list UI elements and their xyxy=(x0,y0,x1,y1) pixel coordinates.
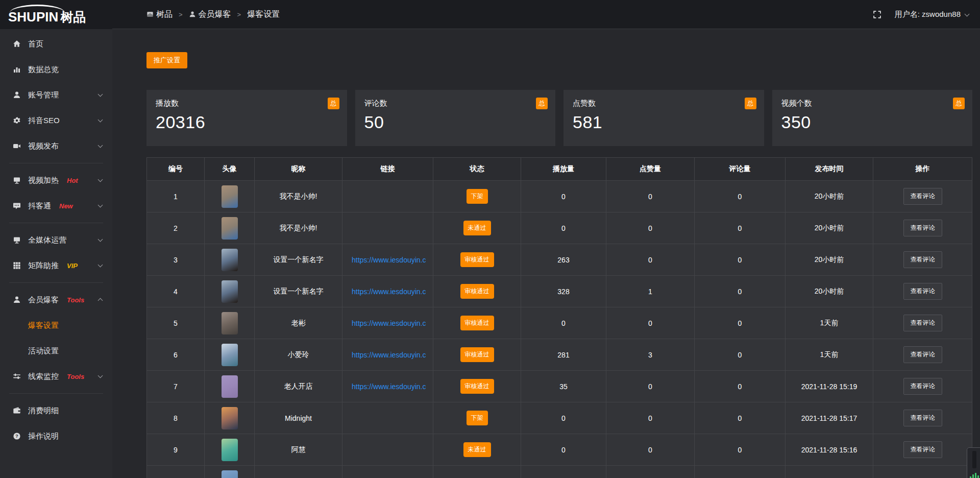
cell-plays: 0 xyxy=(521,402,606,434)
view-comments-button[interactable]: 查看评论 xyxy=(903,315,942,331)
total-badge: 总 xyxy=(328,98,339,109)
cell-plays: 0 xyxy=(521,307,606,339)
widget-slot xyxy=(972,451,976,468)
column-header: 头像 xyxy=(205,158,255,181)
table-row-1: 2我不是小帅!未通过00020小时前查看评论 xyxy=(147,212,972,244)
fullscreen-icon[interactable] xyxy=(873,10,881,19)
sidebar-item-label: 账号管理 xyxy=(28,90,59,100)
view-comments-button[interactable]: 查看评论 xyxy=(903,188,942,205)
view-comments-button[interactable]: 查看评论 xyxy=(903,220,942,236)
column-header: 状态 xyxy=(433,158,521,181)
avatar xyxy=(222,344,238,366)
cell-time: 1天前 xyxy=(786,339,873,371)
breadcrumb-label: 会员爆客 xyxy=(199,9,231,20)
cell-avatar xyxy=(205,181,255,212)
sidebar-item-7[interactable]: 抖客通New xyxy=(0,193,112,219)
view-comments-button[interactable]: 查看评论 xyxy=(903,283,942,300)
sidebar-item-9[interactable]: 全媒体运营 xyxy=(0,227,112,253)
avatar xyxy=(222,470,238,478)
breadcrumb-item-0[interactable]: 树品 xyxy=(146,9,173,20)
view-comments-button[interactable]: 查看评论 xyxy=(903,378,942,395)
cell-no: 7 xyxy=(147,371,205,402)
sidebar-item-17[interactable]: 消费明细 xyxy=(0,398,112,423)
sidebar-item-3[interactable]: 抖音SEO xyxy=(0,108,112,133)
view-comments-button[interactable]: 查看评论 xyxy=(903,346,942,363)
avatar xyxy=(222,439,238,461)
cell-avatar xyxy=(205,434,255,466)
sidebar-item-1[interactable]: 数据总览 xyxy=(0,57,112,82)
video-link[interactable]: https://www.iesdouyin.c xyxy=(352,351,426,359)
app-logo: SHUPIN树品 xyxy=(0,0,112,29)
grid-icon xyxy=(12,261,21,270)
chevron-down-icon xyxy=(98,117,103,123)
cell-time: 20小时前 xyxy=(786,276,873,307)
cell-action: 查看评论 xyxy=(873,371,972,402)
logo-arc-icon xyxy=(10,5,65,13)
video-link[interactable]: https://www.iesdouyin.c xyxy=(352,383,426,391)
cell-likes: 0 xyxy=(606,434,695,466)
monitor-icon xyxy=(12,176,21,184)
status-badge: 未通过 xyxy=(463,221,491,235)
view-comments-button[interactable]: 查看评论 xyxy=(903,410,942,426)
user-icon xyxy=(189,11,196,18)
cell-nickname: 我不是小帅! xyxy=(255,212,342,244)
cell-plays: 0 xyxy=(521,181,606,212)
sidebar-item-label: 消费明细 xyxy=(28,406,59,416)
sidebar-item-10[interactable]: 矩阵助推VIP xyxy=(0,253,112,278)
cell-status: 审核通过 xyxy=(433,276,521,307)
sidebar-item-0[interactable]: 首页 xyxy=(0,31,112,57)
breadcrumb-label: 树品 xyxy=(156,9,173,20)
cell-comments: 0 xyxy=(695,307,786,339)
view-comments-button[interactable]: 查看评论 xyxy=(903,251,942,268)
sidebar-item-6[interactable]: 视频加热Hot xyxy=(0,168,112,193)
sidebar-item-12[interactable]: 会员爆客Tools xyxy=(0,287,112,313)
avatar xyxy=(222,375,238,398)
promo-settings-button[interactable]: 推广设置 xyxy=(146,52,187,68)
table-row-2: 3设置一个新名字https://www.iesdouyin.c审核通过26300… xyxy=(147,244,972,276)
cell-comments: 0 xyxy=(695,276,786,307)
sidebar-subitem-13[interactable]: 爆客设置 xyxy=(0,313,112,338)
cell-nickname: 老人开店 xyxy=(255,371,342,402)
status-badge: 审核通过 xyxy=(460,284,494,299)
sidebar-subitem-14[interactable]: 活动设置 xyxy=(0,338,112,364)
chat-icon xyxy=(12,202,21,210)
cell-link xyxy=(342,402,433,434)
cell-nickname: 老彬 xyxy=(255,307,342,339)
cell-avatar xyxy=(205,276,255,307)
username-label: 用户名: zswodun88 xyxy=(895,10,961,19)
view-comments-button[interactable]: 查看评论 xyxy=(903,441,942,458)
breadcrumb-item-2[interactable]: 爆客设置 xyxy=(247,9,280,20)
video-link[interactable]: https://www.iesdouyin.c xyxy=(352,256,426,264)
cell-time: 2021-11-28 15:17 xyxy=(786,402,873,434)
cell-status: 下架 xyxy=(433,181,521,212)
user-menu[interactable]: 用户名: zswodun88 xyxy=(895,10,969,19)
cell-comments: 0 xyxy=(695,434,786,466)
status-badge: 审核通过 xyxy=(460,379,494,394)
cell-no: 9 xyxy=(147,434,205,466)
sidebar-divider xyxy=(9,223,103,223)
question-icon: ? xyxy=(12,432,21,440)
cell-comments: 0 xyxy=(695,339,786,371)
floating-widget[interactable] xyxy=(967,447,980,478)
main-content: 推广设置 播放数20316总评论数50总点赞数581总视频个数350总 编号头像… xyxy=(112,30,980,478)
status-badge: 审核通过 xyxy=(460,347,494,362)
stat-card-2: 点赞数581总 xyxy=(564,90,764,146)
sidebar-item-4[interactable]: 视频发布 xyxy=(0,133,112,159)
cell-comments: 0 xyxy=(695,244,786,276)
sidebar-subitem-label: 活动设置 xyxy=(28,346,59,356)
cell-comments: 0 xyxy=(695,212,786,244)
sidebar-item-18[interactable]: ?操作说明 xyxy=(0,423,112,449)
video-link[interactable]: https://www.iesdouyin.c xyxy=(352,319,426,327)
table-header: 编号头像昵称链接状态播放量点赞量评论量发布时间操作 xyxy=(147,158,972,181)
cell-link xyxy=(342,466,433,478)
video-link[interactable]: https://www.iesdouyin.c xyxy=(352,288,426,296)
sidebar-item-2[interactable]: 账号管理 xyxy=(0,82,112,108)
avatar xyxy=(222,185,238,208)
cell-action: 查看评论 xyxy=(873,212,972,244)
cell-link: https://www.iesdouyin.c xyxy=(342,339,433,371)
breadcrumb-item-1[interactable]: 会员爆客 xyxy=(189,9,231,20)
table-body: 1我不是小帅!下架00020小时前查看评论2我不是小帅!未通过00020小时前查… xyxy=(147,181,972,478)
sidebar: SHUPIN树品 首页数据总览账号管理抖音SEO视频发布视频加热Hot抖客通Ne… xyxy=(0,0,112,478)
stat-value: 50 xyxy=(364,112,547,132)
sidebar-item-15[interactable]: 线索监控Tools xyxy=(0,364,112,389)
